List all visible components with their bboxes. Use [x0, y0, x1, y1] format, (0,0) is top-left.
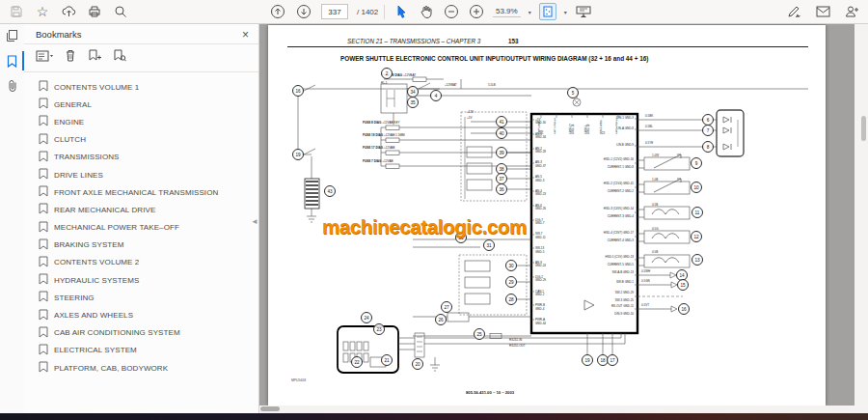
horizontal-scrollbar[interactable]	[258, 406, 868, 413]
vertical-scrollbar[interactable]	[854, 23, 868, 406]
bookmark-item-label: HYDRAULIC SYSTEMS	[54, 276, 139, 285]
fuse-label: FUSE 8 DIAG +12VAB KEY	[363, 121, 400, 125]
save-icon[interactable]	[8, 3, 25, 20]
page-number-input[interactable]	[321, 4, 348, 19]
callout-31: 31	[483, 239, 495, 251]
bookmark-item-1[interactable]: GENERAL	[24, 96, 258, 113]
ecu-right-pin: HSD-4 (C3V7) GND-17	[578, 232, 634, 235]
attachments-paperclip-icon[interactable]	[0, 73, 24, 98]
bookmarks-list: CONTENTS VOLUME 1GENERALENGINECLUTCHTRAN…	[24, 72, 258, 377]
top-toolbar: ☆ / 1402 53.9%	[0, 0, 868, 24]
ecu-left-pin: AN-9 GND-24	[535, 262, 546, 268]
toolbar-nav-group: / 1402	[269, 0, 378, 23]
bookmark-options-icon[interactable]	[36, 48, 53, 66]
vertical-scrollbar-thumb[interactable]	[861, 116, 866, 141]
share-person-icon[interactable]	[843, 3, 860, 20]
callout-40: 40	[496, 127, 507, 139]
callout-16: 16	[292, 85, 304, 97]
bookmark-item-12[interactable]: STEERING	[24, 289, 258, 306]
bookmark-item-label: CONTENTS VOLUME 2	[54, 258, 139, 266]
toolbar-left-group: ☆	[8, 0, 129, 23]
bookmark-item-0[interactable]: CONTENTS VOLUME 1	[24, 78, 258, 96]
wire-label: 0.5VT	[641, 303, 649, 307]
bookmarks-panel-icon[interactable]	[0, 48, 24, 73]
fit-page-icon[interactable]	[539, 3, 556, 20]
bottom-edge-bar	[0, 413, 868, 420]
bookmark-item-16[interactable]: PLATFORM, CAB, BODYWORK	[24, 359, 258, 377]
bookmark-item-6[interactable]: FRONT AXLE MECHANICAL TRANSMISSION	[24, 183, 258, 201]
bookmark-item-8[interactable]: MECHANICAL POWER TAKE–OFF	[24, 219, 258, 237]
bookmark-icon	[39, 344, 48, 357]
presentation-mode-icon[interactable]	[575, 3, 592, 20]
search-icon[interactable]	[112, 3, 129, 20]
callout-26: 26	[435, 314, 447, 325]
wire-label: +5V	[467, 116, 472, 120]
toolbar-divider	[384, 5, 385, 19]
drawing-code: MPU5618	[291, 378, 306, 382]
callout-24: 24	[361, 312, 372, 323]
zoom-level-value[interactable]: 53.9%	[493, 7, 521, 17]
new-bookmark-icon[interactable]	[88, 48, 101, 66]
share-upload-icon[interactable]	[60, 3, 77, 20]
bookmark-icon	[39, 203, 48, 216]
bookmark-item-3[interactable]: CLUTCH	[24, 131, 258, 149]
ecu-top-pin: CAN1-H GND-16	[569, 118, 576, 134]
zoom-out-icon[interactable]	[443, 3, 460, 20]
bookmark-icon	[39, 80, 48, 94]
bookmark-item-14[interactable]: CAB AIR CONDITIONING SYSTEM	[24, 324, 258, 342]
bookmark-item-label: ENGINE	[54, 118, 84, 126]
ecu-right-pin: RS-OUT GND-11	[578, 305, 634, 308]
bookmark-item-label: GENERAL	[54, 100, 92, 109]
bookmark-item-5[interactable]: DRIVE LINES	[24, 166, 258, 183]
wire-label: 0.5BL	[645, 125, 653, 128]
wire-label: 0.5B	[652, 203, 658, 207]
ecu-right-pin: CURRENT-5 GND-5	[578, 264, 634, 266]
close-panel-icon[interactable]: ×	[242, 30, 249, 40]
bookmark-item-10[interactable]: CONTENTS VOLUME 2	[24, 254, 258, 271]
callout-36: 36	[496, 183, 507, 195]
panel-collapse-chevron-icon[interactable]: ◄	[250, 209, 259, 234]
callout-15: 15	[677, 279, 689, 291]
toolbar-right-group	[785, 0, 860, 23]
bookmark-icon	[39, 115, 48, 128]
zoom-dropdown-caret-icon[interactable]: ▾	[529, 9, 531, 15]
page-thumbnails-icon[interactable]	[0, 23, 24, 48]
bookmark-item-2[interactable]: ENGINE	[24, 113, 258, 130]
hand-tool-icon[interactable]	[418, 3, 435, 20]
previous-page-icon[interactable]	[269, 3, 286, 20]
ecu-right-pin: CURRENT-4 GND-3	[578, 239, 634, 242]
bookmark-item-4[interactable]: TRANSMISSIONS	[24, 149, 258, 166]
callout-41: 41	[496, 116, 507, 127]
bookmark-item-7[interactable]: REAR MECHANICAL DRIVE	[24, 201, 258, 218]
bookmark-icon	[39, 168, 48, 182]
callout-19: 19	[582, 354, 593, 366]
email-envelope-icon[interactable]	[814, 3, 831, 20]
select-tool-icon[interactable]	[393, 3, 410, 20]
toolbar-tools-group: 53.9% ▾ ▾	[384, 0, 592, 23]
fit-dropdown-caret-icon[interactable]: ▾	[564, 9, 567, 15]
ecu-left-pin: PWR-B GND-4	[535, 304, 545, 311]
zoom-in-icon[interactable]	[468, 3, 485, 20]
wire-label: +12VBAT	[445, 83, 457, 87]
bookmarks-panel: Bookmarks × CONTENTS VOLUME 1GENERALENGI…	[24, 23, 259, 413]
ecu-right-pin: HSD-5 (C5V) GND-13	[578, 256, 634, 259]
bookmark-icon	[39, 256, 48, 269]
callout-23: 23	[373, 323, 385, 335]
delete-bookmark-trash-icon[interactable]	[65, 48, 76, 66]
expand-bookmark-icon[interactable]	[113, 48, 126, 66]
callout-21: 21	[381, 354, 393, 366]
print-icon[interactable]	[86, 3, 103, 20]
ecu-top-pin: CAP GND-1W	[538, 118, 545, 134]
bookmark-item-15[interactable]: ELECTRICAL SYSTEM	[24, 342, 258, 359]
callout-2: 2	[381, 68, 393, 79]
bookmark-item-9[interactable]: BRAKING SYSTEM	[24, 237, 258, 254]
bookmark-item-11[interactable]: HYDRAULIC SYSTEMS	[24, 271, 258, 289]
callout-27: 27	[441, 301, 452, 313]
fill-sign-pen-icon[interactable]	[785, 3, 802, 20]
callout-8: 8	[702, 141, 714, 153]
star-icon[interactable]: ☆	[34, 3, 51, 20]
bookmark-item-13[interactable]: AXLES AND WHEELS	[24, 306, 258, 323]
horizontal-scrollbar-thumb[interactable]	[260, 406, 280, 411]
next-page-icon[interactable]	[295, 3, 312, 20]
callout-35: 35	[407, 97, 419, 108]
